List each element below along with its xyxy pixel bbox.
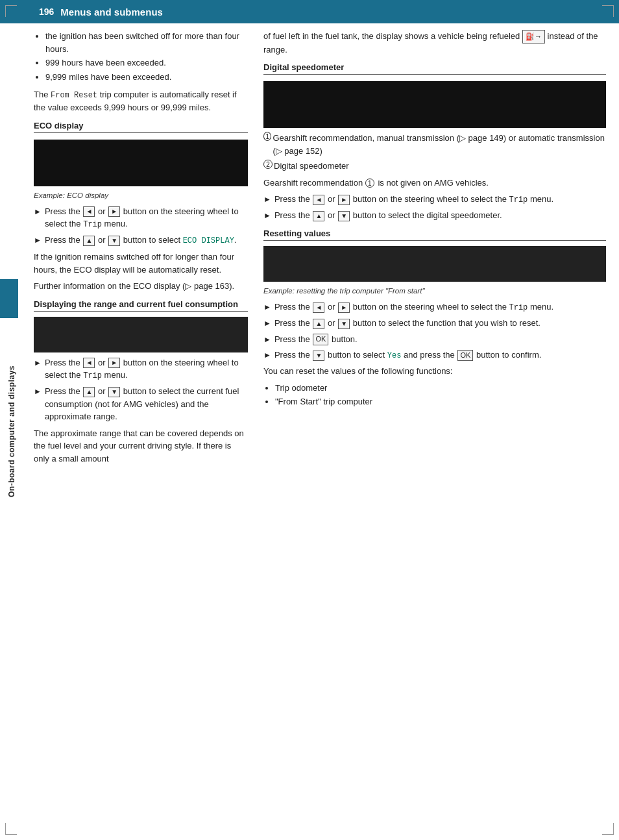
digital-display-image	[263, 81, 606, 128]
resetting-instruction-3: ► Press the OK button.	[263, 333, 606, 346]
corner-mark-br	[602, 823, 614, 835]
resetting-instruction-4: ► Press the ▼ button to select Yes and p…	[263, 349, 606, 362]
eco-section-heading: ECO display	[34, 121, 248, 133]
arrow-bullet-2: ►	[34, 234, 42, 246]
fuel-note: The approximate range that can be covere…	[34, 427, 248, 465]
resetting-caption: Example: resetting the trip computer "Fr…	[263, 286, 606, 297]
arrow-bullet-5: ►	[263, 193, 271, 205]
resetting-note: You can reset the values of the followin…	[263, 365, 606, 378]
up-btn-4[interactable]: ▲	[313, 319, 324, 329]
trip-label-2: Trip	[83, 371, 102, 380]
num-circle-1: 1	[263, 132, 271, 141]
yes-label: Yes	[387, 351, 402, 360]
page-title: Menus and submenus	[60, 6, 163, 18]
eco-instruction-1-text: Press the ◄ or ► button on the steering …	[45, 205, 248, 231]
digital-instruction-1-text: Press the ◄ or ► button on the steering …	[274, 193, 606, 206]
arrow-bullet-7: ►	[263, 301, 271, 313]
left-btn-1[interactable]: ◄	[83, 206, 95, 217]
down-btn-2[interactable]: ▼	[108, 387, 120, 397]
from-reset-label: From Reset	[51, 91, 97, 100]
numbered-item-1-text: Gearshift recommendation, manual transmi…	[273, 132, 606, 157]
digital-instruction-2-text: Press the ▲ or ▼ button to select the di…	[274, 209, 606, 222]
fuel-continuation: of fuel left in the fuel tank, the displ…	[263, 30, 606, 56]
sidebar-label-text: On-board computer and displays	[7, 365, 16, 497]
eco-further-info: Further information on the ECO display (…	[34, 280, 248, 293]
arrow-bullet-8: ►	[263, 317, 271, 329]
left-btn-3[interactable]: ◄	[313, 195, 324, 205]
gearshift-note: Gearshift recommendation 1 is not given …	[263, 177, 606, 190]
bullet-item-3: 9,999 miles have been exceeded.	[45, 71, 248, 84]
digital-section-heading: Digital speedometer	[263, 62, 606, 75]
reset-item-1: Trip odometer	[275, 382, 606, 395]
fuel-instruction-1: ► Press the ◄ or ► button on the steerin…	[34, 356, 248, 382]
eco-instruction-2: ► Press the ▲ or ▼ button to select ECO …	[34, 234, 248, 247]
num-circle-ref: 1	[365, 179, 374, 188]
resetting-instruction-3-text: Press the OK button.	[274, 333, 606, 346]
numbered-item-2: 2 Digital speedometer	[263, 160, 606, 173]
down-btn-1[interactable]: ▼	[108, 236, 120, 246]
fuel-instruction-2-text: Press the ▲ or ▼ button to select the cu…	[45, 385, 248, 423]
trip-label-4: Trip	[509, 303, 528, 312]
arrow-bullet-4: ►	[34, 386, 42, 397]
bullet-item-1: the ignition has been switched off for m…	[45, 30, 248, 55]
up-btn-3[interactable]: ▲	[313, 211, 324, 221]
numbered-item-2-text: Digital speedometer	[274, 160, 349, 173]
resetting-display-image	[263, 246, 606, 282]
fuel-instruction-2: ► Press the ▲ or ▼ button to select the …	[34, 385, 248, 423]
up-btn-1[interactable]: ▲	[83, 236, 95, 246]
trip-label-3: Trip	[509, 195, 528, 204]
numbered-item-1: 1 Gearshift recommendation, manual trans…	[263, 132, 606, 157]
fuel-instruction-1-text: Press the ◄ or ► button on the steering …	[45, 356, 248, 382]
arrow-bullet-3: ►	[34, 357, 42, 369]
left-btn-4[interactable]: ◄	[313, 303, 324, 313]
eco-note: If the ignition remains switched off for…	[34, 251, 248, 276]
fuel-display-image	[34, 317, 248, 352]
content-wrapper: the ignition has been switched off for m…	[23, 23, 619, 469]
sidebar-label: On-board computer and displays	[0, 23, 23, 840]
down-btn-3[interactable]: ▼	[338, 211, 350, 221]
intro-paragraph: The From Reset trip computer is automati…	[34, 88, 248, 114]
intro-bullet-list: the ignition has been switched off for m…	[34, 30, 248, 83]
arrow-bullet-1: ►	[34, 206, 42, 217]
right-btn-2[interactable]: ►	[108, 358, 120, 368]
down-btn-5[interactable]: ▼	[313, 351, 324, 361]
left-column: the ignition has been switched off for m…	[23, 30, 257, 469]
refuel-icon: ⛽→	[522, 30, 545, 43]
eco-display-image	[34, 140, 248, 186]
resetting-instruction-2: ► Press the ▲ or ▼ button to select the …	[263, 317, 606, 330]
up-btn-2[interactable]: ▲	[83, 387, 95, 397]
arrow-bullet-10: ►	[263, 349, 271, 361]
sidebar-blue-accent	[0, 279, 18, 318]
right-btn-1[interactable]: ►	[108, 206, 120, 217]
eco-caption: Example: ECO display	[34, 190, 248, 201]
digital-instruction-1: ► Press the ◄ or ► button on the steerin…	[263, 193, 606, 206]
reset-item-2: "From Start" trip computer	[275, 395, 606, 408]
arrow-bullet-9: ►	[263, 334, 271, 345]
right-column: of fuel left in the fuel tank, the displ…	[257, 30, 619, 469]
left-btn-2[interactable]: ◄	[83, 358, 95, 368]
trip-label-1: Trip	[83, 220, 102, 229]
resetting-instruction-2-text: Press the ▲ or ▼ button to select the fu…	[274, 317, 606, 330]
num-circle-2: 2	[263, 160, 273, 169]
down-btn-4[interactable]: ▼	[338, 319, 350, 329]
eco-instruction-2-text: Press the ▲ or ▼ button to select ECO DI…	[45, 234, 248, 247]
resetting-section-heading: Resetting values	[263, 229, 606, 241]
ok-btn-2[interactable]: OK	[457, 350, 473, 361]
corner-mark-tr	[602, 5, 614, 17]
resetting-instruction-1-text: Press the ◄ or ► button on the steering …	[274, 301, 606, 314]
reset-list: Trip odometer "From Start" trip computer	[263, 382, 606, 408]
eco-display-label: ECO DISPLAY	[183, 236, 234, 245]
right-btn-4[interactable]: ►	[338, 303, 350, 313]
fuel-section-heading: Displaying the range and current fuel co…	[34, 299, 248, 312]
digital-instruction-2: ► Press the ▲ or ▼ button to select the …	[263, 209, 606, 222]
eco-instruction-1: ► Press the ◄ or ► button on the steerin…	[34, 205, 248, 231]
header-bar: 196 Menus and submenus	[0, 0, 619, 23]
arrow-bullet-6: ►	[263, 210, 271, 221]
bullet-item-2: 999 hours have been exceeded.	[45, 56, 248, 69]
page-number: 196	[39, 6, 60, 17]
resetting-instruction-1: ► Press the ◄ or ► button on the steerin…	[263, 301, 606, 314]
ok-btn-1[interactable]: OK	[313, 334, 328, 345]
resetting-instruction-4-text: Press the ▼ button to select Yes and pre…	[274, 349, 606, 362]
right-btn-3[interactable]: ►	[338, 195, 350, 205]
corner-mark-tl	[5, 5, 17, 17]
